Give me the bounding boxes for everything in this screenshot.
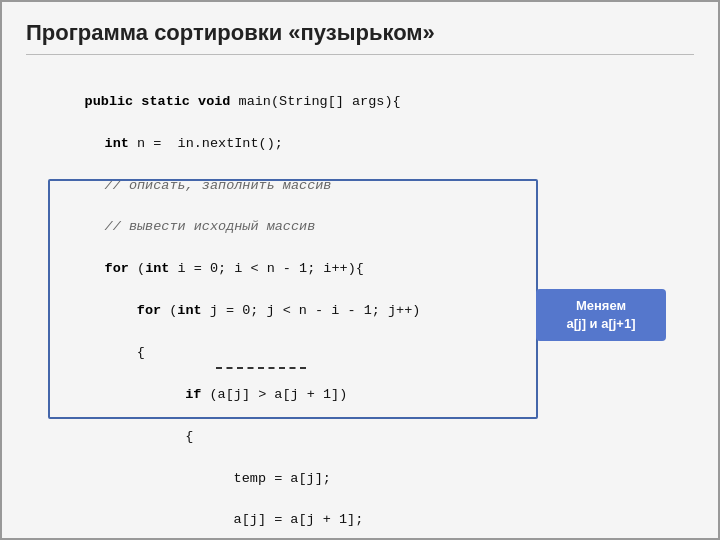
code-line-12: a[j + 1] = temp; xyxy=(36,531,694,540)
code-line-8: if (a[j] > a[j + 1]) xyxy=(36,364,694,406)
code-line-3: // описать, заполнить массив xyxy=(36,155,694,197)
code-line-10: temp = a[j]; xyxy=(36,448,694,490)
code-line-5: for (int i = 0; i < n - 1; i++){ xyxy=(36,238,694,280)
code-line-2: int n = in.nextInt(); xyxy=(36,113,694,155)
tooltip-line1: Меняем xyxy=(576,298,626,313)
code-line-11: a[j] = a[j + 1]; xyxy=(36,489,694,531)
code-line-4: // вывести исходный массив xyxy=(36,197,694,239)
code-line-9: { xyxy=(36,406,694,448)
tooltip-line2: a[j] и a[j+1] xyxy=(566,316,635,331)
slide-title: Программа сортировки «пузырьком» xyxy=(26,20,694,55)
tooltip-box: Меняем a[j] и a[j+1] xyxy=(536,289,666,341)
dashed-line xyxy=(216,367,306,369)
code-area: public static void main(String[] args){ … xyxy=(26,71,694,540)
code-line-1: public static void main(String[] args){ xyxy=(36,71,694,113)
slide: Программа сортировки «пузырьком» public … xyxy=(0,0,720,540)
